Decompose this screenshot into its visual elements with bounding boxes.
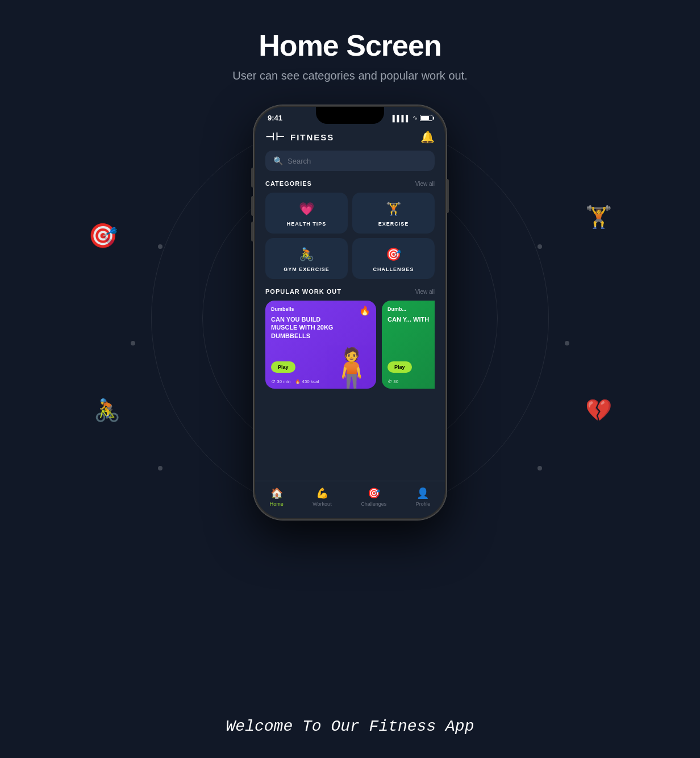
phone-notch xyxy=(316,107,384,124)
search-input[interactable]: Search xyxy=(288,157,311,165)
exercise-icon: 🏋️ xyxy=(386,202,401,216)
phone-outer: 9:41 ▌▌▌▌ ∿ ⊣⊢ FITNESS xyxy=(253,105,447,520)
categories-grid: 💗 HEALTH TIPS 🏋️ EXERCISE 🚴 GYM EXERCISE… xyxy=(265,193,435,279)
popular-view-all[interactable]: View all xyxy=(415,289,435,295)
search-icon: 🔍 xyxy=(273,156,283,165)
profile-nav-label: Profile xyxy=(416,501,431,507)
fitness-logo-icon: ⊣⊢ xyxy=(265,131,286,143)
workout-play-button-2[interactable]: Play xyxy=(388,361,412,373)
bottom-navigation: 🏠 Home 💪 Workout 🎯 Challenges 👤 Profile xyxy=(255,481,445,518)
status-time: 9:41 xyxy=(268,114,282,122)
target-icon: 🎯 xyxy=(88,222,118,249)
dot-3 xyxy=(131,341,135,345)
workout-title-1: CAN YOU BUILD MUSCLE WITH 20KG DUMBBELLS xyxy=(271,315,336,340)
dot-5 xyxy=(158,466,163,470)
bike-icon: 🚴 xyxy=(94,398,120,423)
nav-profile[interactable]: 👤 Profile xyxy=(416,487,431,507)
dumbbell-icon: 🏋️ xyxy=(585,205,612,230)
category-health-tips[interactable]: 💗 HEALTH TIPS xyxy=(265,193,348,234)
categories-view-all[interactable]: View all xyxy=(415,181,435,187)
exercise-label: EXERCISE xyxy=(378,221,409,227)
challenges-nav-label: Challenges xyxy=(361,501,386,507)
category-gym-exercise[interactable]: 🚴 GYM EXERCISE xyxy=(265,238,348,279)
page-subtitle: User can see categories and popular work… xyxy=(232,69,468,82)
workout-nav-label: Workout xyxy=(312,501,331,507)
categories-label: CATEGORIES xyxy=(265,180,312,187)
challenges-nav-icon: 🎯 xyxy=(368,487,380,499)
categories-section-header: CATEGORIES View all xyxy=(265,180,435,187)
status-icons: ▌▌▌▌ ∿ xyxy=(393,114,432,122)
health-tips-icon: 💗 xyxy=(299,202,314,216)
workout-play-button-1[interactable]: Play xyxy=(271,361,295,373)
workout-time-2: ⏱ 30 xyxy=(388,379,398,384)
wifi-icon: ∿ xyxy=(413,114,418,122)
workout-stats-1: ⏱ 30 min 🔥 450 kcal xyxy=(271,379,319,384)
phone-mockup: 9:41 ▌▌▌▌ ∿ ⊣⊢ FITNESS xyxy=(253,105,447,520)
nav-workout[interactable]: 💪 Workout xyxy=(312,487,331,507)
workout-person-image-1: 🧍 xyxy=(327,349,376,389)
workout-fire-icon-1: 🔥 xyxy=(359,305,370,316)
popular-label: POPULAR WORK OUT xyxy=(265,288,341,295)
nav-challenges[interactable]: 🎯 Challenges xyxy=(361,487,386,507)
app-header: ⊣⊢ FITNESS 🔔 xyxy=(265,124,435,151)
signal-icon: ▌▌▌▌ xyxy=(393,115,410,122)
workout-stats-2: ⏱ 30 xyxy=(388,379,398,384)
popular-section-header: POPULAR WORK OUT View all xyxy=(265,288,435,295)
dot-1 xyxy=(158,244,163,249)
gym-exercise-icon: 🚴 xyxy=(299,247,314,262)
challenges-icon: 🎯 xyxy=(386,247,401,262)
workout-badge-2: Dumb... xyxy=(388,306,406,312)
app-logo: ⊣⊢ FITNESS xyxy=(265,131,334,143)
workout-nav-icon: 💪 xyxy=(316,487,328,499)
phone-screen: 9:41 ▌▌▌▌ ∿ ⊣⊢ FITNESS xyxy=(255,107,445,518)
workout-cards: Dumbells 🔥 CAN YOU BUILD MUSCLE WITH 20K… xyxy=(265,301,435,389)
workout-card-1[interactable]: Dumbells 🔥 CAN YOU BUILD MUSCLE WITH 20K… xyxy=(265,301,376,389)
health-tips-label: HEALTH TIPS xyxy=(287,221,326,227)
heart-broken-icon: 💔 xyxy=(585,398,612,423)
category-exercise[interactable]: 🏋️ EXERCISE xyxy=(352,193,435,234)
home-nav-icon: 🏠 xyxy=(270,487,283,499)
battery-fill xyxy=(421,116,429,120)
nav-home[interactable]: 🏠 Home xyxy=(270,487,284,507)
gym-exercise-label: GYM EXERCISE xyxy=(284,266,330,272)
workout-badge-1: Dumbells xyxy=(271,306,294,312)
battery-icon xyxy=(420,115,432,121)
workout-card-2[interactable]: Dumb... CAN Y... WITH Play ⏱ 30 xyxy=(382,301,435,389)
notification-bell-icon[interactable]: 🔔 xyxy=(420,130,435,144)
challenges-label: CHALLENGES xyxy=(373,266,414,272)
workout-calories-1: 🔥 450 kcal xyxy=(295,379,319,384)
category-challenges[interactable]: 🎯 CHALLENGES xyxy=(352,238,435,279)
page-title: Home Screen xyxy=(259,28,441,63)
dot-6 xyxy=(538,466,542,470)
app-content: ⊣⊢ FITNESS 🔔 🔍 Search CATEGORIES View al… xyxy=(255,124,445,507)
footer-tagline: Welcome To Our Fitness App xyxy=(226,718,474,735)
profile-nav-icon: 👤 xyxy=(416,487,429,499)
home-nav-label: Home xyxy=(270,501,284,507)
workout-time-1: ⏱ 30 min xyxy=(271,379,290,384)
search-bar[interactable]: 🔍 Search xyxy=(265,151,435,171)
workout-title-2: CAN Y... WITH xyxy=(388,315,435,323)
app-name: FITNESS xyxy=(290,132,334,142)
dot-4 xyxy=(565,341,569,345)
dot-2 xyxy=(538,244,542,249)
